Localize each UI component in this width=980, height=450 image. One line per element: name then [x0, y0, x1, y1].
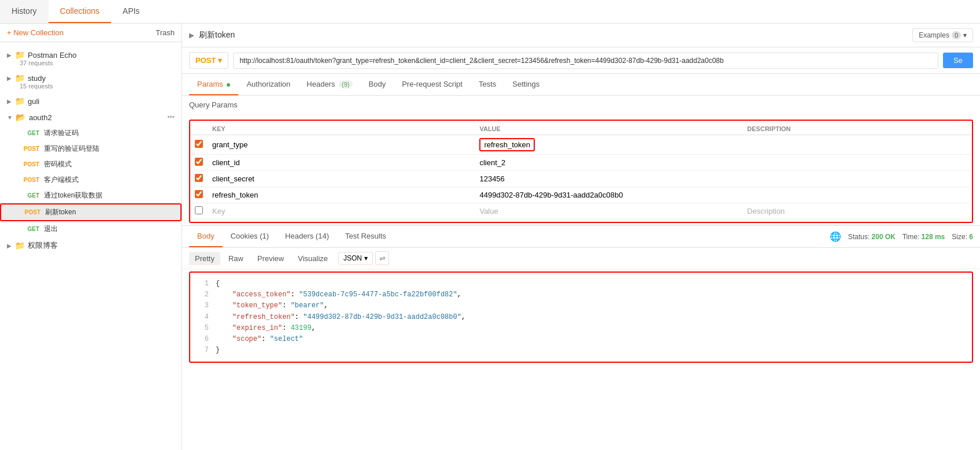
table-row: grant_type refresh_token [190, 135, 972, 155]
sidebar-actions: + New Collection Trash [0, 24, 182, 42]
collection-blog[interactable]: ▶ 📁 权限博客 [0, 237, 182, 254]
request-item-password-mode[interactable]: POST 密码模式 [0, 157, 182, 172]
response-toolbar: Pretty Raw Preview Visualize JSON ▾ ⇌ [182, 248, 980, 269]
folder-open-icon: 📂 [16, 113, 25, 122]
table-row: client_secret 123456 [190, 171, 972, 187]
breadcrumb-arrow-icon: ▶ [189, 31, 194, 39]
json-line: 2 "access_token": "539dceab-7c95-4477-a5… [199, 289, 963, 300]
request-item-client-mode[interactable]: POST 客户端模式 [0, 172, 182, 188]
folder-icon: 📁 [15, 50, 24, 59]
tab-collections[interactable]: Collections [49, 0, 111, 23]
chevron-down-icon: ▾ [218, 56, 222, 65]
tab-pre-request-script[interactable]: Pre-request Script [394, 74, 471, 95]
tab-settings[interactable]: Settings [504, 74, 548, 95]
request-title: 刷新token [199, 30, 235, 40]
response-tab-test-results[interactable]: Test Results [337, 226, 394, 247]
tab-headers[interactable]: Headers (9) [298, 74, 360, 95]
content-area: ▶ 刷新token Examples 0 ▾ POST ▾ Se Params [182, 24, 980, 450]
params-section: Query Params [182, 96, 980, 117]
table-row: Key Value Description [190, 203, 972, 220]
url-input[interactable] [233, 53, 938, 69]
request-header-bar: ▶ 刷新token Examples 0 ▾ [182, 24, 980, 47]
row-checkbox[interactable] [195, 206, 203, 214]
format-selector[interactable]: JSON ▾ [338, 252, 373, 265]
collection-postman-echo[interactable]: ▶ 📁 Postman Echo 37 requests [0, 47, 182, 70]
sidebar: + New Collection Trash ▶ 📁 Postman Echo … [0, 24, 182, 450]
row-checkbox[interactable] [195, 140, 203, 148]
json-line: 5 "expires_in": 43199, [199, 323, 963, 334]
tab-body[interactable]: Body [361, 74, 394, 95]
json-response-wrapper: 1 { 2 "access_token": "539dceab-7c95-447… [189, 272, 973, 363]
new-collection-button[interactable]: + New Collection [7, 28, 64, 37]
response-tab-bar: Body Cookies (1) Headers (14) Test Resul… [182, 226, 980, 248]
request-item-get-data[interactable]: GET 通过token获取数据 [0, 188, 182, 203]
collection-study[interactable]: ▶ 📁 study 15 requests [0, 70, 182, 93]
request-item-refresh-token[interactable]: POST 刷新token [0, 203, 182, 221]
json-view: 1 { 2 "access_token": "539dceab-7c95-447… [190, 273, 972, 362]
url-bar: POST ▾ Se [182, 47, 980, 74]
chevron-down-icon: ▼ [7, 114, 13, 121]
row-checkbox[interactable] [195, 190, 203, 198]
tab-history[interactable]: History [0, 0, 49, 23]
response-status: 🌐 Status: 200 OK Time: 128 ms Size: 6 [830, 226, 973, 247]
send-button[interactable]: Se [943, 53, 973, 68]
tab-authorization[interactable]: Authorization [238, 74, 298, 95]
folder-icon: 📁 [15, 96, 24, 106]
chevron-down-icon: ▾ [963, 31, 967, 39]
sidebar-content: ▶ 📁 Postman Echo 37 requests ▶ 📁 study 1… [0, 42, 182, 450]
collection-aouth2[interactable]: ▼ 📂 aouth2 ••• [0, 109, 182, 125]
chevron-right-icon: ▶ [7, 98, 12, 105]
json-line: 1 { [199, 278, 963, 289]
resp-tab-pretty[interactable]: Pretty [189, 252, 220, 265]
globe-icon: 🌐 [830, 231, 841, 242]
table-row: refresh_token 4499d302-87db-429b-9d31-aa… [190, 187, 972, 203]
json-line: 6 "scope": "select" [199, 334, 963, 345]
chevron-down-icon: ▾ [364, 254, 368, 262]
top-nav: History Collections APIs [0, 0, 980, 24]
chevron-right-icon: ▶ [7, 243, 12, 249]
collection-guli[interactable]: ▶ 📁 guli [0, 93, 182, 109]
tab-tests[interactable]: Tests [471, 74, 504, 95]
response-tab-cookies[interactable]: Cookies (1) [223, 226, 277, 247]
trash-button[interactable]: Trash [156, 28, 175, 37]
query-params-table-wrapper: KEY VALUE DESCRIPTION grant_type refresh… [189, 120, 973, 223]
resp-tab-raw[interactable]: Raw [223, 252, 249, 265]
chevron-right-icon: ▶ [7, 75, 12, 81]
folder-icon: 📁 [15, 73, 24, 83]
table-row: client_id client_2 [190, 155, 972, 171]
params-dot [227, 83, 230, 87]
more-options-icon[interactable]: ••• [167, 113, 175, 121]
response-tab-headers[interactable]: Headers (14) [277, 226, 337, 247]
main-layout: + New Collection Trash ▶ 📁 Postman Echo … [0, 24, 980, 450]
resp-tab-visualize[interactable]: Visualize [292, 252, 334, 265]
examples-button[interactable]: Examples 0 ▾ [912, 28, 973, 42]
json-line: 7 } [199, 345, 963, 356]
value-highlight: refresh_token [479, 138, 535, 151]
json-line: 3 "token_type": "bearer", [199, 300, 963, 311]
row-checkbox[interactable] [195, 174, 203, 182]
json-line: 4 "refresh_token": "4499d302-87db-429b-9… [199, 312, 963, 323]
query-params-table: KEY VALUE DESCRIPTION grant_type refresh… [190, 123, 972, 220]
request-item-logout[interactable]: GET 退出 [0, 221, 182, 237]
response-tab-body[interactable]: Body [189, 226, 223, 247]
request-tab-bar: Params Authorization Headers (9) Body Pr… [182, 74, 980, 96]
tab-params[interactable]: Params [189, 74, 238, 95]
request-item-getcode[interactable]: GET 请求验证码 [0, 125, 182, 141]
request-item-rewrite-login[interactable]: POST 重写的验证码登陆 [0, 141, 182, 157]
method-selector[interactable]: POST ▾ [189, 52, 228, 69]
resp-tab-preview[interactable]: Preview [252, 252, 290, 265]
response-area: Body Cookies (1) Headers (14) Test Resul… [182, 225, 980, 450]
wrap-icon[interactable]: ⇌ [375, 251, 389, 265]
folder-icon: 📁 [15, 241, 24, 250]
chevron-right-icon: ▶ [7, 52, 12, 58]
row-checkbox[interactable] [195, 158, 203, 166]
tab-apis[interactable]: APIs [111, 0, 151, 23]
